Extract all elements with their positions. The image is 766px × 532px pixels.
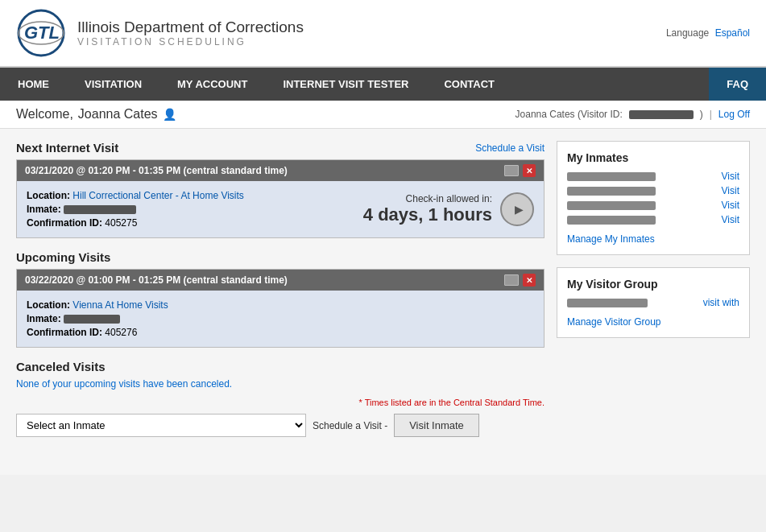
schedule-visit-link[interactable]: Schedule a Visit (475, 142, 544, 154)
visitor-id-label: Joanna Cates (Visitor ID: (515, 109, 623, 120)
inmate-name-3 (567, 201, 656, 210)
user-bar: Welcome, Joanna Cates 👤 Joanna Cates (Vi… (0, 101, 766, 129)
svg-text:GTL: GTL (24, 23, 60, 43)
visitor-group-row: visit with (567, 297, 739, 308)
location-label: Location: (27, 190, 70, 201)
user-icon: 👤 (163, 108, 176, 121)
card-icons: ✕ (504, 164, 536, 177)
visitor-group-title: My Visitor Group (567, 278, 739, 291)
inmate-row-4: Visit (567, 214, 739, 225)
inmate-name-1 (567, 172, 656, 181)
canceled-visits-section: Canceled Visits None of your upcoming vi… (16, 360, 544, 390)
inmate-row-3: Visit (567, 200, 739, 211)
close-icon[interactable]: ✕ (523, 164, 536, 177)
my-inmates-panel: My Inmates Visit Visit Visit Visit Manag… (557, 141, 750, 255)
inmate-name-2 (567, 187, 656, 196)
visit-with-link[interactable]: visit with (703, 297, 739, 308)
language-link[interactable]: Español (715, 27, 750, 39)
upcoming-inmate-name (64, 315, 120, 324)
checkin-time: 4 days, 1 hours (363, 204, 492, 225)
inmate-name (64, 205, 136, 214)
upcoming-inmate-label: Inmate: (27, 313, 61, 324)
upcoming-card-icons: ✕ (504, 274, 536, 287)
canceled-visits-message: None of your upcoming visits have been c… (16, 378, 544, 390)
org-sub: VISITATION SCHEDULING (77, 36, 304, 47)
upcoming-location-value: Vienna At Home Visits (72, 299, 168, 311)
inmate-label: Inmate: (27, 204, 61, 215)
log-off-link[interactable]: Log Off (718, 109, 750, 120)
next-visit-details: Location: Hill Correctional Center - At … (27, 188, 363, 231)
inmate-visit-link-3[interactable]: Visit (722, 200, 739, 211)
user-info-area: Joanna Cates (Visitor ID: ) | Log Off (515, 109, 750, 120)
inmate-visit-link-2[interactable]: Visit (722, 185, 739, 196)
visitor-member-name (567, 299, 648, 307)
upcoming-visit-card-header: 03/22/2020 @ 01:00 PM - 01:25 PM (centra… (17, 270, 544, 291)
nav-faq[interactable]: FAQ (709, 68, 766, 101)
visitor-group-panel: My Visitor Group visit with Manage Visit… (557, 267, 750, 338)
header: GTL Illinois Department of Corrections V… (0, 0, 766, 68)
upcoming-confirmation-label: Confirmation ID: (27, 327, 102, 338)
welcome-prefix: Welcome, (16, 107, 73, 122)
schedule-label: Schedule a Visit - (313, 420, 387, 431)
nav-item-visitation[interactable]: VISITATION (67, 68, 159, 101)
upcoming-monitor-icon (504, 274, 519, 286)
upcoming-visit-card: 03/22/2020 @ 01:00 PM - 01:25 PM (centra… (16, 269, 544, 348)
nav-item-internet-visit-tester[interactable]: INTERNET VISIT TESTER (265, 68, 426, 101)
nav-item-my-account[interactable]: MY ACCOUNT (159, 68, 265, 101)
confirmation-label: Confirmation ID: (27, 217, 102, 229)
next-visit-title: Next Internet Visit (16, 141, 118, 155)
next-visit-card-body: Location: Hill Correctional Center - At … (17, 181, 544, 237)
location-value: Hill Correctional Center - At Home Visit… (72, 190, 244, 201)
inmate-visit-link-1[interactable]: Visit (722, 171, 739, 182)
manage-visitor-group-link[interactable]: Manage Visitor Group (567, 316, 739, 328)
upcoming-close-icon[interactable]: ✕ (523, 274, 536, 287)
upcoming-visits-section: Upcoming Visits 03/22/2020 @ 01:00 PM - … (16, 250, 544, 348)
play-icon: ▶ (515, 203, 524, 216)
upcoming-confirmation-id: 405276 (105, 327, 137, 338)
monitor-icon (504, 165, 519, 176)
right-column: My Inmates Visit Visit Visit Visit Manag… (557, 141, 750, 463)
welcome-name: Joanna Cates (78, 107, 158, 122)
manage-my-inmates-link[interactable]: Manage My Inmates (567, 233, 739, 245)
nav-item-home[interactable]: HOME (0, 68, 67, 101)
next-visit-card: 03/21/2020 @ 01:20 PM - 01:35 PM (centra… (16, 159, 544, 238)
upcoming-visit-datetime: 03/22/2020 @ 01:00 PM - 01:25 PM (centra… (25, 274, 288, 286)
inmate-row-1: Visit (567, 171, 739, 182)
visitor-id-value (629, 110, 694, 119)
play-button[interactable]: ▶ (500, 192, 534, 226)
upcoming-location-label: Location: (27, 299, 70, 311)
inmate-name-4 (567, 216, 656, 225)
main-nav: HOME VISITATION MY ACCOUNT INTERNET VISI… (0, 68, 766, 101)
next-visit-datetime: 03/21/2020 @ 01:20 PM - 01:35 PM (centra… (25, 165, 288, 176)
next-visit-card-header: 03/21/2020 @ 01:20 PM - 01:35 PM (centra… (17, 160, 544, 181)
checkin-area: Check-in allowed in: 4 days, 1 hours (363, 193, 492, 225)
confirmation-id: 405275 (105, 217, 137, 229)
gtl-logo: GTL (16, 8, 66, 58)
org-info: Illinois Department of Corrections VISIT… (77, 19, 304, 47)
header-logo-area: GTL Illinois Department of Corrections V… (16, 8, 304, 58)
upcoming-visits-title: Upcoming Visits (16, 250, 544, 264)
next-visit-section: Next Internet Visit Schedule a Visit 03/… (16, 141, 544, 238)
language-selector: Language Español (666, 27, 750, 39)
inmate-row-2: Visit (567, 185, 739, 196)
left-column: Next Internet Visit Schedule a Visit 03/… (16, 141, 544, 463)
welcome-message: Welcome, Joanna Cates 👤 (16, 107, 176, 122)
visit-inmate-button[interactable]: Visit Inmate (394, 414, 479, 437)
upcoming-visit-card-body: Location: Vienna At Home Visits Inmate: … (17, 291, 544, 347)
checkin-label: Check-in allowed in: (363, 193, 492, 204)
canceled-visits-title: Canceled Visits (16, 360, 544, 373)
org-name: Illinois Department of Corrections (77, 19, 304, 36)
language-label: Language (666, 27, 709, 39)
main-content: Next Internet Visit Schedule a Visit 03/… (0, 129, 766, 475)
nav-item-contact[interactable]: CONTACT (426, 68, 512, 101)
my-inmates-title: My Inmates (567, 151, 739, 164)
times-note: * Times listed are in the Central Standa… (16, 398, 544, 407)
inmate-select[interactable]: Select an Inmate (16, 414, 306, 437)
bottom-bar: Select an Inmate Schedule a Visit - Visi… (16, 414, 544, 437)
inmate-visit-link-4[interactable]: Visit (722, 214, 739, 225)
